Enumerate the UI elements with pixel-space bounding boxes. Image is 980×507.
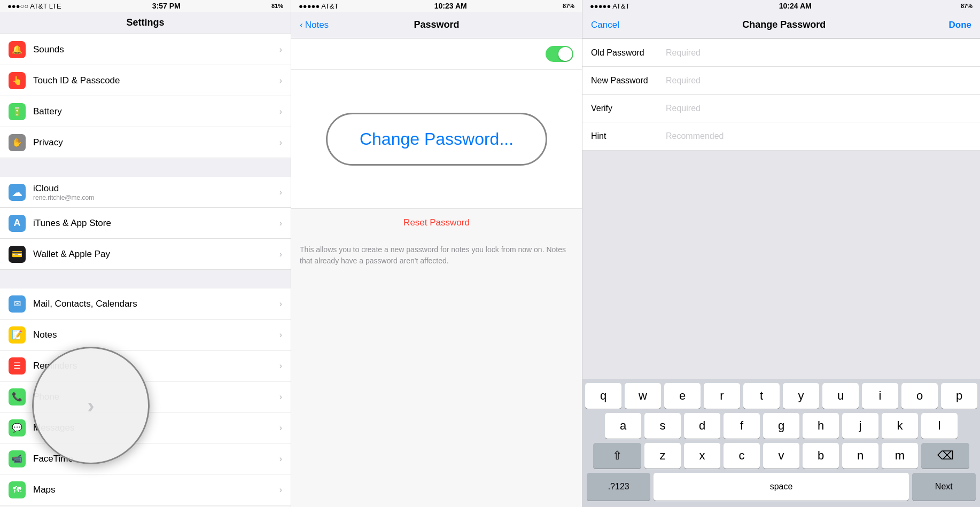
hint-label: Hint	[591, 131, 666, 141]
old-password-row[interactable]: Old Password Required	[582, 39, 980, 67]
key-b[interactable]: b	[803, 443, 839, 469]
key-shift[interactable]: ⇧	[593, 443, 641, 469]
key-y[interactable]: y	[783, 383, 819, 409]
key-delete[interactable]: ⌫	[921, 443, 969, 469]
gray-area	[582, 151, 980, 379]
key-space[interactable]: space	[654, 473, 908, 501]
password-form: Old Password Required New Password Requi…	[582, 38, 980, 151]
key-w[interactable]: w	[625, 383, 661, 409]
status-icons-3: 87%	[961, 3, 973, 9]
carrier-1: ●●●○○ AT&T LTE	[7, 2, 61, 10]
key-g[interactable]: g	[763, 413, 799, 439]
key-r[interactable]: r	[704, 383, 740, 409]
battery-icon-item: 🔋	[9, 103, 26, 120]
new-password-row[interactable]: New Password Required	[582, 67, 980, 95]
change-password-button[interactable]: Change Password...	[326, 113, 547, 166]
back-label: Notes	[305, 20, 329, 30]
wallet-icon: 💳	[9, 246, 26, 263]
settings-item-maps[interactable]: 🗺 Maps ›	[0, 474, 291, 505]
maps-chevron: ›	[279, 485, 282, 495]
key-a[interactable]: a	[605, 413, 641, 439]
settings-item-mail[interactable]: ✉ Mail, Contacts, Calendars ›	[0, 288, 291, 319]
mail-chevron: ›	[279, 299, 282, 309]
notes-chevron: ›	[279, 330, 282, 340]
icloud-chevron: ›	[279, 188, 282, 197]
settings-item-facetime[interactable]: 📹 FaceTime ›	[0, 443, 291, 474]
key-s[interactable]: s	[644, 413, 681, 439]
sounds-label: Sounds	[33, 44, 279, 55]
battery-percent-2: 87%	[563, 3, 574, 9]
key-f[interactable]: f	[724, 413, 760, 439]
key-h[interactable]: h	[803, 413, 839, 439]
key-d[interactable]: d	[684, 413, 720, 439]
change-password-panel: ●●●●● AT&T 10:24 AM 87% Cancel Change Pa…	[582, 0, 980, 507]
key-x[interactable]: x	[684, 443, 720, 469]
key-p[interactable]: p	[941, 383, 977, 409]
carrier-2: ●●●●● AT&T	[299, 2, 338, 10]
status-bar-2: ●●●●● AT&T 10:23 AM 87%	[291, 0, 582, 12]
sounds-chevron: ›	[279, 45, 282, 54]
settings-item-icloud[interactable]: ☁ iCloud rene.ritchie@me.com ›	[0, 177, 291, 208]
key-j[interactable]: j	[842, 413, 878, 439]
key-m[interactable]: m	[882, 443, 918, 469]
notes-label: Notes	[33, 330, 279, 340]
change-password-nav-title: Change Password	[742, 19, 826, 30]
battery-percent-1: 81%	[271, 3, 283, 9]
itunes-icon: A	[9, 215, 26, 232]
key-u[interactable]: u	[822, 383, 859, 409]
key-n[interactable]: n	[842, 443, 878, 469]
key-i[interactable]: i	[862, 383, 898, 409]
password-toggle[interactable]	[546, 46, 573, 62]
key-k[interactable]: k	[882, 413, 918, 439]
carrier-3: ●●●●● AT&T	[590, 2, 629, 10]
facetime-chevron: ›	[279, 454, 282, 464]
status-icons-2: 87%	[563, 3, 574, 9]
touch-id-label: Touch ID & Passcode	[33, 75, 279, 86]
separator-2	[0, 270, 291, 288]
status-bar-1: ●●●○○ AT&T LTE 3:57 PM 81%	[0, 0, 291, 12]
cancel-button[interactable]: Cancel	[591, 20, 619, 30]
itunes-chevron: ›	[279, 219, 282, 228]
verify-row[interactable]: Verify Required	[582, 95, 980, 122]
back-chevron-icon: ‹	[300, 20, 303, 30]
back-button[interactable]: ‹ Notes	[300, 20, 329, 30]
reset-password-section: Reset Password	[291, 209, 582, 237]
password-nav: ‹ Notes Password	[291, 12, 582, 38]
password-toggle-row	[291, 38, 582, 70]
old-password-placeholder: Required	[666, 48, 701, 58]
key-z[interactable]: z	[644, 443, 681, 469]
keyboard-row-3: ⇧ z x c v b n m ⌫	[585, 443, 978, 469]
toggle-knob	[558, 47, 572, 61]
time-3: 10:24 AM	[779, 2, 812, 10]
settings-item-touch-id[interactable]: 👆 Touch ID & Passcode ›	[0, 65, 291, 96]
password-panel: ●●●●● AT&T 10:23 AM 87% ‹ Notes Password…	[291, 0, 582, 507]
key-t[interactable]: t	[743, 383, 780, 409]
itunes-label: iTunes & App Store	[33, 218, 279, 229]
key-e[interactable]: e	[664, 383, 701, 409]
key-v[interactable]: v	[763, 443, 799, 469]
magnifier-chevron-icon: ›	[87, 394, 94, 418]
magnifier-overlay: ›	[32, 347, 150, 464]
settings-item-privacy[interactable]: ✋ Privacy ›	[0, 127, 291, 158]
key-l[interactable]: l	[921, 413, 958, 439]
settings-item-battery[interactable]: 🔋 Battery ›	[0, 96, 291, 127]
time-1: 3:57 PM	[152, 2, 181, 10]
password-content: Change Password... Reset Password This a…	[291, 38, 582, 507]
maps-icon: 🗺	[9, 481, 26, 498]
settings-item-wallet[interactable]: 💳 Wallet & Apple Pay ›	[0, 239, 291, 270]
key-o[interactable]: o	[901, 383, 938, 409]
settings-item-itunes[interactable]: A iTunes & App Store ›	[0, 208, 291, 239]
settings-item-sounds[interactable]: 🔔 Sounds ›	[0, 34, 291, 65]
settings-item-notes[interactable]: 📝 Notes ›	[0, 319, 291, 350]
wallet-label: Wallet & Apple Pay	[33, 249, 279, 260]
key-c[interactable]: c	[724, 443, 760, 469]
key-next[interactable]: Next	[912, 473, 976, 501]
done-button[interactable]: Done	[949, 20, 972, 30]
hint-row[interactable]: Hint Recommended	[582, 122, 980, 150]
keyboard-row-1: q w e r t y u i o p	[585, 383, 978, 409]
key-num-switch[interactable]: .?123	[587, 473, 650, 501]
phone-chevron: ›	[279, 392, 282, 402]
settings-panel: ●●●○○ AT&T LTE 3:57 PM 81% Settings 🔔 So…	[0, 0, 291, 507]
reset-password-link[interactable]: Reset Password	[300, 217, 573, 228]
key-q[interactable]: q	[585, 383, 621, 409]
